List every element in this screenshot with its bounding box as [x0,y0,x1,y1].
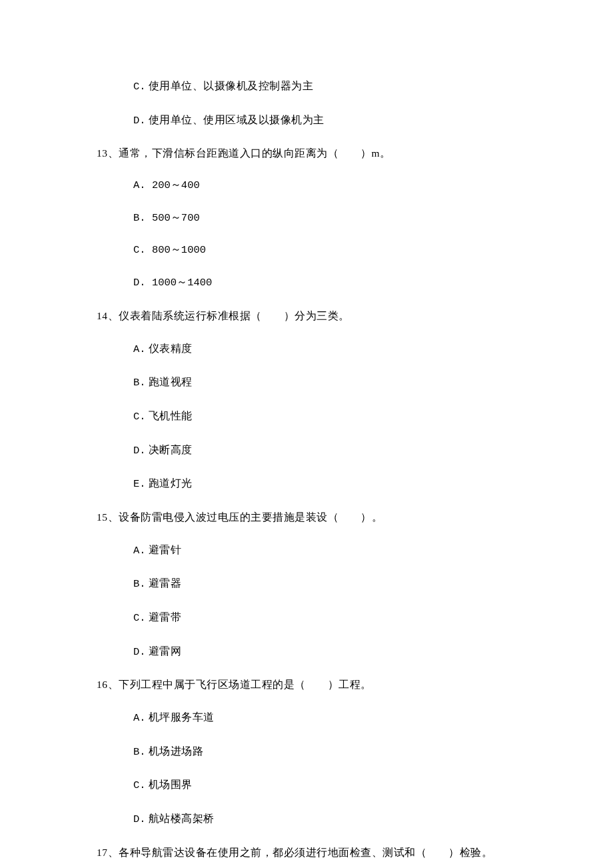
page-content: C. 使用单位、以摄像机及控制器为主 D. 使用单位、使用区域及以摄像机为主 1… [0,0,613,868]
option-label: C. [133,779,146,791]
option-label: D. [133,115,146,127]
option-text: 避雷器 [149,577,182,589]
q14-option-d: D. 决断高度 [133,443,516,459]
q16-option-c: C. 机场围界 [133,777,516,793]
question-13: 13、通常，下滑信标台距跑道入口的纵向距离为（ ）m。 [97,146,516,161]
option-text: 飞机性能 [149,410,193,421]
q14-option-c: C. 飞机性能 [133,409,516,425]
q15-option-b: B. 避雷器 [133,576,516,592]
option-label: C. [133,81,146,93]
option-label: C. [133,411,146,423]
question-17: 17、各种导航雷达设备在使用之前，都必须进行地面检查、测试和（ ）检验。 [97,845,516,860]
option-text: 跑道灯光 [149,477,193,489]
option-text: 1000～1400 [152,277,212,289]
option-text: 航站楼高架桥 [149,813,215,824]
q13-option-b: B. 500～700 [133,211,516,226]
option-text: 避雷针 [149,544,182,555]
option-text: 机场围界 [149,779,193,790]
option-text: 跑道视程 [149,376,193,387]
option-text: 使用单位、使用区域及以摄像机为主 [149,114,324,125]
option-label: C. [133,612,146,624]
option-label: D. [133,646,146,658]
question-15: 15、设备防雷电侵入波过电压的主要措施是装设（ ）。 [97,510,516,525]
q15-option-a: A. 避雷针 [133,543,516,559]
option-label: B. [133,212,146,224]
option-label: A. [133,179,146,191]
q14-option-b: B. 跑道视程 [133,375,516,391]
option-text: 机坪服务车道 [149,711,215,723]
option-label: D. [133,445,146,457]
q13-option-a: A. 200～400 [133,179,516,193]
option-text: 避雷网 [149,645,182,657]
option-label: A. [133,545,146,557]
option-text: 500～700 [152,212,200,224]
q13-option-d: D. 1000～1400 [133,276,516,291]
option-label: C. [133,244,146,256]
question-16: 16、下列工程中属于飞行区场道工程的是（ ）工程。 [97,677,516,692]
option-label: B. [133,578,146,590]
option-text: 决断高度 [149,444,193,455]
option-label: B. [133,377,146,389]
option-label: B. [133,746,146,758]
option-text: 机场进场路 [149,745,204,757]
option-c: C. 使用单位、以摄像机及控制器为主 [133,79,516,95]
option-text: 使用单位、以摄像机及控制器为主 [149,80,314,91]
option-label: D. [133,813,146,825]
option-text: 800～1000 [152,244,206,256]
option-text: 200～400 [152,179,200,191]
q14-option-a: A. 仪表精度 [133,341,516,357]
q16-option-d: D. 航站楼高架桥 [133,811,516,827]
option-text: 避雷带 [149,611,182,623]
option-label: D. [133,277,146,289]
q15-option-d: D. 避雷网 [133,644,516,660]
q14-option-e: E. 跑道灯光 [133,476,516,492]
option-label: A. [133,343,146,355]
q16-option-b: B. 机场进场路 [133,744,516,760]
option-label: E. [133,478,146,490]
q15-option-c: C. 避雷带 [133,610,516,626]
q16-option-a: A. 机坪服务车道 [133,710,516,726]
q13-option-c: C. 800～1000 [133,243,516,258]
option-label: A. [133,712,146,724]
option-d: D. 使用单位、使用区域及以摄像机为主 [133,113,516,129]
question-14: 14、仪表着陆系统运行标准根据（ ）分为三类。 [97,309,516,323]
option-text: 仪表精度 [149,343,193,354]
